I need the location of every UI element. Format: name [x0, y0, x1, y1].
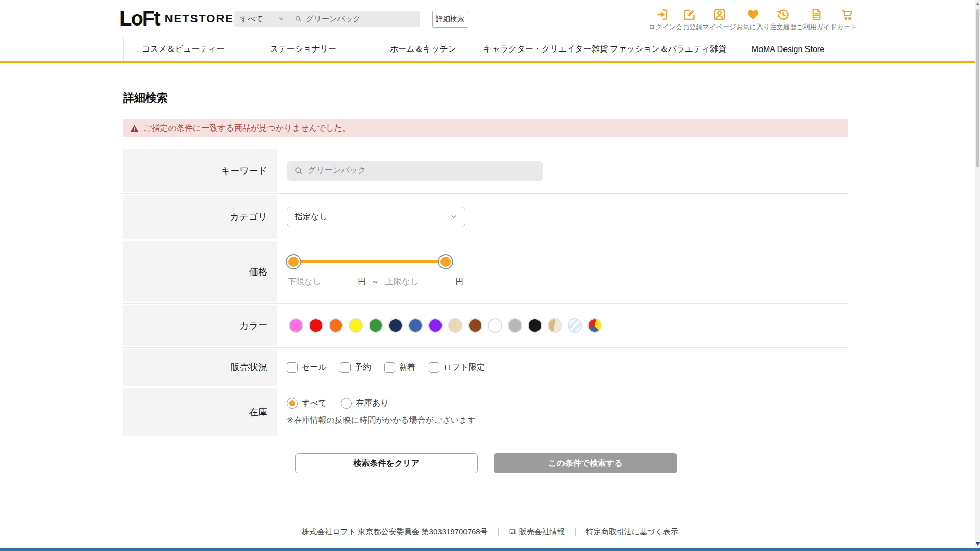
register-link[interactable]: 会員登録 [676, 8, 702, 32]
cart-link[interactable]: カート [837, 8, 857, 32]
category-label: カテゴリ [123, 195, 277, 239]
chevron-down-icon [450, 213, 458, 221]
loft-exclusive-checkbox[interactable] [429, 362, 439, 373]
login-icon [655, 8, 669, 21]
sale-checkbox[interactable] [287, 362, 298, 373]
nav-item-cosme-beauty[interactable]: コスメ＆ビューティー [123, 37, 243, 61]
header-quick-links: ログイン 会員登録 マイページ お気に入り 注文履歴 ご利用ガイド [649, 8, 848, 32]
advanced-search-form: キーワード カテゴリ 指定なし 価格 [123, 148, 848, 437]
favorites-link[interactable]: お気に入り [736, 8, 770, 32]
color-swatch-white[interactable] [489, 319, 501, 332]
scrollbar-thumb[interactable] [976, 9, 979, 167]
form-row-color: カラー [123, 304, 848, 348]
company-info-link[interactable]: 販売会社情報 [509, 527, 565, 537]
cart-icon [840, 8, 854, 21]
page: LoFt NETSTORE すべて 詳細検索 ログイン 会員登録 [0, 0, 980, 551]
stock-options: すべて 在庫あり [287, 398, 389, 409]
price-range-slider [293, 255, 446, 268]
footer-divider [575, 528, 576, 536]
color-swatch-multicolor[interactable] [589, 319, 601, 332]
form-row-sales-status: 販売状況 セール 予約 新着 [123, 348, 848, 387]
register-icon [682, 8, 696, 21]
color-swatches [290, 319, 601, 332]
order-history-link[interactable]: 注文履歴 [770, 8, 796, 32]
scrollbar-down-arrow-icon[interactable] [976, 542, 980, 546]
clear-conditions-button[interactable]: 検索条件をクリア [295, 453, 478, 473]
color-swatch-pink[interactable] [290, 319, 302, 332]
price-slider-max-handle[interactable] [439, 255, 452, 268]
checkbox-loft-exclusive[interactable]: ロフト限定 [429, 362, 485, 373]
color-swatch-black[interactable] [529, 319, 541, 332]
header-search-group: すべて [234, 11, 420, 27]
color-swatch-brown[interactable] [469, 319, 481, 332]
nav-item-stationery[interactable]: ステーショナリー [243, 37, 363, 61]
nav-item-character-creator[interactable]: キャラクター・クリエイター雑貨 [483, 37, 608, 61]
guide-link[interactable]: ご利用ガイド [796, 8, 837, 32]
new-arrival-checkbox[interactable] [384, 362, 395, 373]
nav-item-fashion-variety[interactable]: ファッション＆バラエティ雑貨 [608, 37, 728, 61]
login-link[interactable]: ログイン [649, 8, 676, 32]
detail-search-button[interactable]: 詳細検索 [432, 11, 468, 28]
price-slider-track[interactable] [293, 260, 446, 263]
category-select[interactable]: 指定なし [287, 207, 465, 227]
vertical-scrollbar[interactable] [975, 0, 980, 548]
color-swatch-beige[interactable] [449, 319, 461, 332]
color-swatch-green[interactable] [370, 319, 382, 332]
nav-item-home-kitchen[interactable]: ホーム＆キッチン [363, 37, 483, 61]
color-swatch-clear[interactable] [569, 319, 581, 332]
price-max-input[interactable] [384, 276, 447, 288]
scrollbar-up-arrow-icon[interactable] [976, 2, 980, 5]
search-category-dropdown[interactable]: すべて [234, 11, 289, 27]
color-swatch-blue[interactable] [409, 319, 422, 332]
mypage-label: マイページ [702, 22, 736, 32]
header: LoFt NETSTORE すべて 詳細検索 ログイン 会員登録 [0, 0, 980, 37]
color-swatch-gold[interactable] [549, 319, 561, 332]
commercial-law-link[interactable]: 特定商取引法に基づく表示 [586, 527, 678, 537]
mypage-icon [713, 8, 726, 21]
loft-exclusive-checkbox-label: ロフト限定 [444, 362, 485, 373]
checkbox-new-arrival[interactable]: 新着 [384, 362, 415, 373]
color-swatch-gray[interactable] [509, 319, 521, 332]
price-slider-min-handle[interactable] [287, 255, 300, 268]
checkbox-reservation[interactable]: 予約 [340, 362, 371, 373]
search-category-value: すべて [240, 14, 263, 24]
loft-netstore-logo[interactable]: LoFt NETSTORE [119, 7, 234, 30]
sales-status-label: 販売状況 [123, 349, 277, 386]
in-stock-radio-label: 在庫あり [356, 398, 389, 409]
new-arrival-checkbox-label: 新着 [399, 362, 415, 373]
color-swatch-red[interactable] [310, 319, 322, 332]
nav-item-moma-design-store[interactable]: MoMA Design Store [728, 37, 848, 61]
color-swatch-orange[interactable] [330, 319, 342, 332]
no-results-error-banner: ご指定の条件に一致する商品が見つかりませんでした。 [123, 119, 848, 137]
company-info-label: 販売会社情報 [519, 527, 565, 537]
logo-netstore-text: NETSTORE [165, 12, 234, 26]
logo-loft-text: LoFt [119, 7, 160, 30]
keyword-input-wrap [287, 161, 543, 181]
checkbox-sale[interactable]: セール [287, 362, 327, 373]
warning-icon [130, 124, 139, 133]
form-row-keyword: キーワード [123, 148, 848, 194]
color-swatch-purple[interactable] [429, 319, 442, 332]
radio-all[interactable]: すべて [287, 398, 327, 409]
cart-label: カート [837, 22, 857, 32]
stock-label: 在庫 [123, 388, 277, 436]
price-min-unit: 円 [358, 277, 366, 287]
price-min-input[interactable] [287, 276, 350, 288]
price-range-separator: ～ [371, 277, 379, 287]
login-label: ログイン [649, 22, 676, 32]
color-swatch-navy[interactable] [389, 319, 402, 332]
mypage-link[interactable]: マイページ [702, 8, 736, 32]
all-radio[interactable] [287, 398, 298, 409]
in-stock-radio[interactable] [341, 398, 352, 409]
reservation-checkbox[interactable] [340, 362, 351, 373]
keyword-input[interactable] [308, 166, 536, 176]
price-max-unit: 円 [455, 277, 463, 287]
register-label: 会員登録 [676, 22, 702, 32]
form-row-price: 価格 円 ～ 円 [123, 240, 848, 304]
footer-divider [498, 528, 499, 536]
header-search-input[interactable] [306, 15, 415, 23]
search-with-conditions-button[interactable]: この条件で検索する [494, 453, 677, 473]
color-swatch-yellow[interactable] [350, 319, 362, 332]
reservation-checkbox-label: 予約 [355, 362, 371, 373]
radio-in-stock[interactable]: 在庫あり [341, 398, 389, 409]
